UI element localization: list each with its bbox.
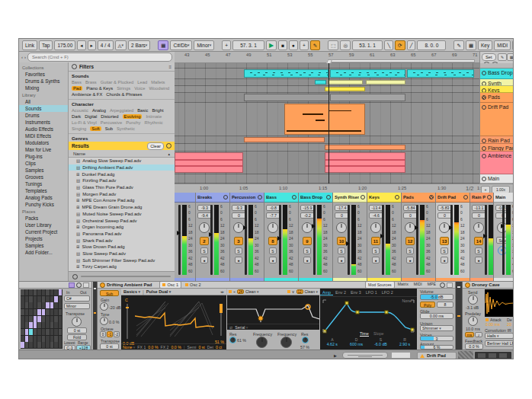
monitor-button[interactable]: ● (303, 257, 311, 263)
pad-cell[interactable] (42, 309, 46, 315)
monitor-button[interactable]: ● (372, 257, 380, 263)
mixer-track-title[interactable]: Drift Pad (436, 193, 470, 203)
pad-cell[interactable] (25, 309, 29, 315)
filters-header[interactable]: Filters ≡ (69, 62, 175, 72)
track-activator[interactable]: 13 (440, 237, 449, 245)
volume-fader[interactable] (382, 205, 384, 275)
pad-cell[interactable] (59, 322, 62, 328)
track-header-rain-pad[interactable]: Rain Pad (480, 136, 514, 144)
osc-category-selector[interactable]: Basics (123, 289, 140, 294)
zoom-level[interactable]: 1.00x (492, 186, 510, 193)
pad-cell[interactable] (59, 342, 62, 348)
pad-cell[interactable] (42, 322, 46, 328)
midi-map-button[interactable]: MIDI (494, 40, 511, 50)
sidebar-item-max-for-live[interactable]: Max for Live (19, 146, 68, 153)
overdub-button[interactable]: + (300, 40, 309, 50)
sidebar-item-clips[interactable]: Clips (19, 160, 68, 167)
mixer-track-title[interactable]: Breaks (196, 193, 229, 203)
predelay-ms-button[interactable]: ms (465, 332, 474, 337)
pad-cell[interactable] (37, 316, 41, 322)
fold-device-icon[interactable] (83, 282, 89, 288)
sidebar-item-samples[interactable]: Samples (19, 242, 68, 249)
pad-cell[interactable] (34, 329, 37, 335)
filter1-type[interactable]: Clean (245, 289, 258, 294)
fader-handle[interactable] (209, 232, 213, 237)
pad-cell[interactable] (34, 316, 37, 322)
fader-handle[interactable] (312, 224, 316, 228)
predelay-value[interactable]: 10.0 ms (466, 327, 480, 331)
pad-cell[interactable] (50, 336, 54, 342)
pad-cell[interactable] (21, 336, 24, 342)
glide-value[interactable]: 0.00 ms (420, 313, 453, 319)
result-item[interactable]: ▤Shark Pad.adv (69, 237, 175, 244)
osc-wave-selector[interactable]: Pulse Dual (146, 289, 171, 294)
filter-tag-dark[interactable]: Dark (72, 114, 81, 119)
mixer-track-title[interactable] (175, 193, 195, 203)
pad-cell[interactable] (46, 329, 50, 335)
ir-category-selector[interactable]: Halls (485, 333, 514, 339)
filter-tag-basic[interactable]: Basic (137, 108, 148, 113)
pan-knob[interactable] (336, 222, 347, 233)
env-tab-lfo-2[interactable]: LFO 2 (380, 290, 396, 295)
scale-root-selector[interactable]: C#/Db (170, 40, 192, 50)
pad-cell[interactable] (54, 289, 58, 295)
scale-device-titlebar[interactable] (19, 282, 91, 289)
clip[interactable] (284, 104, 365, 135)
pad-cell[interactable] (29, 296, 33, 302)
filter-tag-intimate[interactable]: Intimate (146, 114, 162, 119)
computer-midi-keyboard-button[interactable]: ▦ (466, 40, 476, 50)
pad-cell[interactable] (50, 302, 54, 308)
pad-cell[interactable] (54, 336, 58, 342)
pad-cell[interactable] (42, 329, 46, 335)
camera-icon[interactable]: ▦ (507, 53, 514, 61)
pad-cell[interactable] (29, 342, 33, 348)
pad-cell[interactable] (54, 329, 58, 335)
filter-tag-bright[interactable]: Bright (152, 108, 163, 113)
arm-icon[interactable] (258, 195, 262, 200)
attack-value[interactable]: 0.00 ms (486, 322, 500, 327)
pad-cell[interactable] (34, 289, 37, 295)
clip[interactable] (325, 145, 405, 150)
filter-tag-chords-phrases[interactable]: Chords & Phrases (106, 92, 142, 97)
pad-cell[interactable] (21, 296, 24, 302)
lowpass-icon[interactable]: ⌁ (233, 289, 236, 294)
arm-icon[interactable] (223, 195, 228, 200)
result-item[interactable]: ⊞MPE Dream Grain Drone.adg (69, 204, 175, 211)
pad-cell[interactable] (21, 329, 24, 335)
arm-icon[interactable] (482, 139, 486, 143)
clip[interactable] (244, 94, 329, 101)
pad-cell[interactable] (29, 289, 33, 295)
pan-knob[interactable] (233, 222, 244, 233)
pad-cell[interactable] (34, 309, 37, 315)
browser-forward-icon[interactable]: › (24, 55, 26, 59)
tap-tempo-button[interactable]: Tap (39, 40, 53, 50)
pad-cell[interactable] (59, 336, 62, 342)
volume-fader[interactable] (502, 205, 505, 275)
tab-osc2[interactable]: Osc 2 (183, 282, 204, 288)
arm-icon[interactable] (482, 154, 486, 158)
env-tab-lfo-1[interactable]: LFO 1 (364, 290, 380, 295)
pad-cell[interactable] (46, 296, 50, 302)
sidebar-item-packs[interactable]: Packs (19, 215, 68, 222)
pad-cell[interactable] (25, 316, 29, 322)
track-header-main[interactable]: Main (480, 174, 514, 184)
pad-cell[interactable] (34, 296, 37, 302)
filter-tag-analog[interactable]: Analog (92, 108, 106, 113)
volume-fader[interactable] (348, 205, 350, 275)
pad-cell[interactable] (21, 289, 24, 295)
unison-mode-selector[interactable]: Shimmer (420, 325, 453, 331)
send-value[interactable]: -3.1 dB (466, 305, 479, 310)
pad-cell[interactable] (46, 302, 50, 308)
pad-cell[interactable] (29, 302, 33, 308)
preview-play-icon[interactable] (72, 274, 78, 279)
pad-cell[interactable] (46, 322, 50, 328)
metronome-button[interactable]: ◬ (115, 40, 127, 50)
predelay-sync-button[interactable]: ♪ (475, 332, 482, 337)
punch-marker-icon[interactable]: ⬚ (328, 40, 338, 50)
filter-tag-percussive[interactable]: Percussive (101, 120, 122, 125)
solo-button[interactable]: S (406, 247, 414, 254)
pad-cell[interactable] (50, 329, 54, 335)
clip[interactable] (175, 152, 243, 173)
pad-cell[interactable] (50, 316, 54, 322)
pad-cell[interactable] (42, 289, 46, 295)
